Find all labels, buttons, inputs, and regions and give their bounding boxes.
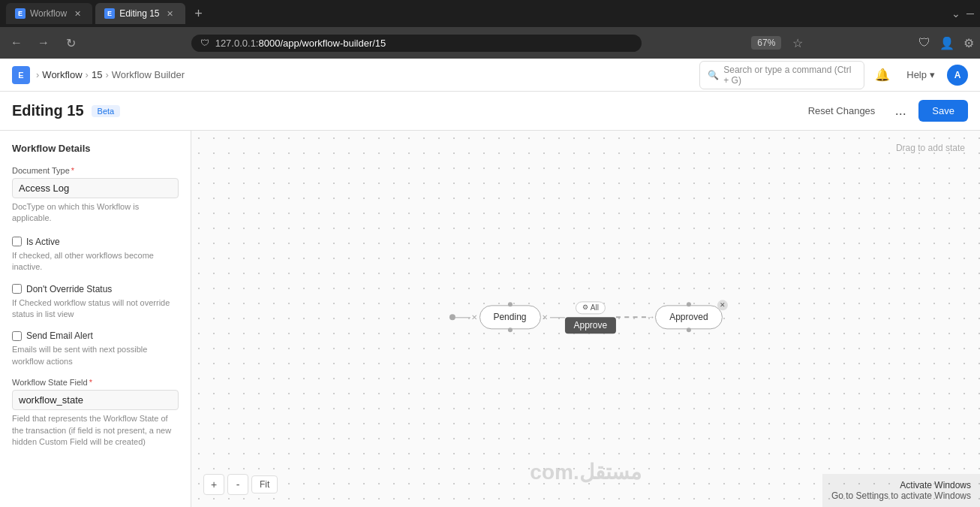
page-title-area: Editing 15 Beta	[12, 102, 120, 119]
pending-state-label: Pending	[493, 312, 526, 322]
approved-state-close[interactable]: ✕	[717, 300, 728, 310]
activate-windows-title: Activate Windows	[831, 480, 971, 490]
extensions-icon[interactable]: ⚙	[963, 36, 974, 50]
approved-dot-bottom	[687, 327, 691, 332]
back-button[interactable]: ←	[6, 32, 27, 53]
document-type-field: Document Type * DocType on which this Wo…	[12, 166, 179, 225]
notification-button[interactable]: 🔔	[870, 63, 894, 87]
pending-dot-bottom	[507, 327, 512, 332]
page-actions: Reset Changes ... Save	[801, 99, 968, 123]
is-active-checkbox[interactable]	[12, 237, 22, 246]
breadcrumb-15[interactable]: 15	[92, 69, 102, 80]
activate-windows-subtitle: Go to Settings to activate Windows	[831, 490, 971, 501]
bookmark-icon[interactable]: ☆	[787, 32, 808, 53]
security-icon: 🛡	[200, 38, 209, 48]
workflow-state-field: Workflow State Field * Field that repres…	[12, 378, 179, 448]
dont-override-row: Don't Override Status	[12, 284, 179, 294]
tab-extras: ⌄ ─	[951, 8, 974, 20]
new-tab-button[interactable]: +	[188, 3, 209, 24]
address-input[interactable]: 🛡 127.0.0.1:8000/app/workflow-builder/15	[191, 35, 642, 52]
minimize-icon[interactable]: ─	[966, 8, 974, 20]
tab-editing15[interactable]: E Editing 15 ✕	[95, 3, 185, 24]
is-active-help: If checked, all other workflows become i…	[12, 250, 179, 273]
app-logo: E	[12, 66, 30, 84]
is-active-label[interactable]: Is Active	[26, 237, 60, 247]
action-label[interactable]: Approve	[564, 317, 616, 333]
breadcrumb-sep1: ›	[36, 69, 39, 80]
approved-dot-top	[687, 302, 691, 306]
arrow-icon: →	[646, 312, 655, 322]
top-nav: E › Workflow › 15 › Workflow Builder 🔍 S…	[0, 59, 980, 92]
workflow-state-help: Field that represents the Workflow State…	[12, 413, 179, 448]
is-active-group: Is Active If checked, all other workflow…	[12, 237, 179, 273]
x-mark-1: ✕	[470, 313, 479, 321]
main-body: Workflow Details Document Type * DocType…	[0, 131, 980, 507]
help-label: Help	[906, 69, 927, 80]
zoom-out-button[interactable]: -	[227, 474, 248, 495]
connector-line-1	[455, 317, 470, 318]
help-button[interactable]: Help ▾	[900, 66, 941, 83]
is-active-row: Is Active	[12, 237, 179, 247]
search-placeholder: Search or type a command (Ctrl + G)	[723, 65, 856, 86]
send-email-group: Send Email Alert Emails will be sent wit…	[12, 330, 179, 367]
fit-button[interactable]: Fit	[251, 475, 278, 493]
document-type-help: DocType on which this Workflow is applic…	[12, 201, 179, 225]
address-text: 127.0.0.1:8000/app/workflow-builder/15	[215, 38, 386, 49]
pending-dot-top	[507, 302, 512, 306]
canvas-area[interactable]: Drag to add state ✕ Pending ✕	[191, 131, 980, 507]
beta-badge: Beta	[92, 105, 121, 117]
search-bar[interactable]: 🔍 Search or type a command (Ctrl + G)	[699, 61, 864, 89]
dont-override-help: If Checked workflow status will not over…	[12, 297, 179, 321]
workflow-tab-close[interactable]: ✕	[71, 8, 83, 20]
document-type-input[interactable]	[12, 178, 179, 198]
page-header: Editing 15 Beta Reset Changes ... Save	[0, 92, 980, 131]
zoom-level[interactable]: 67%	[751, 36, 781, 50]
workflow-state-label: Workflow State Field *	[12, 378, 179, 387]
breadcrumb-current: Workflow Builder	[112, 69, 185, 80]
workflow-tab-icon: E	[15, 8, 26, 19]
profile-icon[interactable]: 👤	[939, 36, 954, 50]
avatar[interactable]: A	[947, 65, 968, 86]
dont-override-group: Don't Override Status If Checked workflo…	[12, 284, 179, 321]
workflow-tab-label: Workflow	[30, 8, 67, 19]
workflow-state-input[interactable]	[12, 390, 179, 410]
shield-icon[interactable]: 🛡	[918, 36, 930, 50]
tab-workflow[interactable]: E Workflow ✕	[6, 3, 92, 24]
address-bar: ← → ↻ 🛡 127.0.0.1:8000/app/workflow-buil…	[0, 27, 980, 59]
tab-list-icon[interactable]: ⌄	[951, 8, 960, 20]
forward-button[interactable]: →	[33, 32, 54, 53]
help-chevron-icon: ▾	[930, 69, 935, 80]
approved-state[interactable]: Approved ✕	[655, 305, 722, 329]
breadcrumb-sep2: ›	[86, 69, 89, 80]
save-button[interactable]: Save	[918, 100, 968, 122]
dashed-connector	[616, 316, 646, 318]
refresh-button[interactable]: ↻	[60, 32, 81, 53]
reset-changes-button[interactable]: Reset Changes	[801, 101, 883, 121]
workflow-start-dot	[449, 314, 455, 320]
editing15-tab-close[interactable]: ✕	[164, 8, 176, 20]
x-mark-2: ✕	[540, 313, 549, 321]
watermark: مستقل.com	[530, 460, 641, 484]
breadcrumb-workflow[interactable]: Workflow	[42, 69, 82, 80]
tab-bar: E Workflow ✕ E Editing 15 ✕ + ⌄ ─	[0, 0, 980, 27]
workflow-diagram: ✕ Pending ✕ ⚙ All	[449, 301, 722, 333]
required-marker2: *	[89, 378, 92, 387]
page-title: Editing 15	[12, 102, 84, 119]
dont-override-label[interactable]: Don't Override Status	[26, 284, 112, 294]
send-email-row: Send Email Alert	[12, 330, 179, 341]
send-email-checkbox[interactable]	[12, 331, 22, 341]
zoom-in-button[interactable]: +	[203, 474, 224, 495]
editing15-tab-icon: E	[104, 8, 115, 19]
drag-hint: Drag to add state	[896, 143, 965, 153]
dont-override-checkbox[interactable]	[12, 284, 22, 294]
connector-line-2	[549, 317, 564, 318]
send-email-label[interactable]: Send Email Alert	[26, 330, 93, 341]
action-condition-label: All	[591, 303, 599, 312]
sidebar-title: Workflow Details	[12, 143, 179, 154]
breadcrumb: › Workflow › 15 › Workflow Builder	[36, 69, 185, 80]
more-options-button[interactable]: ...	[888, 99, 912, 123]
action-condition-badge: ⚙ All	[576, 301, 606, 314]
editing15-tab-label: Editing 15	[119, 8, 159, 19]
browser-toolbar: 🛡 👤 ⚙	[918, 36, 974, 50]
pending-state[interactable]: Pending	[479, 305, 540, 329]
